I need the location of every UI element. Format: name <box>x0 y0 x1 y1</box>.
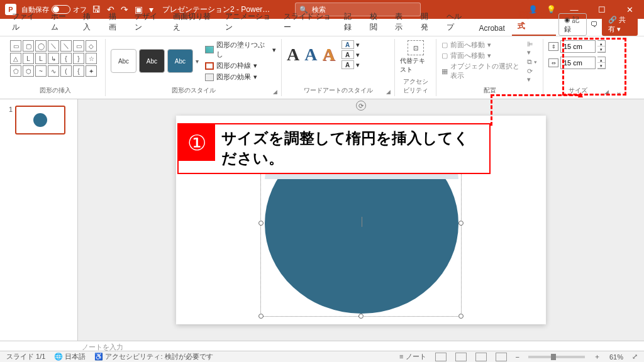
style-preset-2[interactable]: Abc <box>139 49 165 73</box>
tab-draw[interactable]: 描画 <box>103 8 128 36</box>
tab-slideshow[interactable]: スライド ショー <box>278 8 337 36</box>
status-language[interactable]: 🌐 日本語 <box>54 352 86 361</box>
shape-outline-button[interactable]: 図形の枠線 ▾ <box>205 61 276 70</box>
group-label-styles: 図形のスタイル◢ <box>111 86 276 95</box>
send-backward-button[interactable]: ▢ 背面へ移動 ▾ <box>441 51 522 60</box>
view-normal-button[interactable] <box>435 353 447 361</box>
callout-badge: ① <box>179 124 215 161</box>
fit-to-window-button[interactable]: ⤢ <box>632 353 638 361</box>
height-icon: ⇕ <box>548 42 558 51</box>
shape-fill-button[interactable]: 図形の塗りつぶし ▾ <box>205 40 276 59</box>
tab-transitions[interactable]: 画面切り替え <box>167 8 218 36</box>
group-insert-shapes: ▭▢◯＼＼▭◇ △LL↳{}☆ ⬠⬡~∿({✦ 図形の挿入 <box>5 39 106 96</box>
align-button[interactable]: ⊫ ▾ <box>527 40 538 57</box>
dialog-launcher-icon[interactable]: ◢ <box>273 89 277 95</box>
width-icon: ⇔ <box>548 58 558 67</box>
rotation-handle[interactable]: ⟳ <box>356 101 366 111</box>
spin-down-icon[interactable]: ▾ <box>597 47 605 52</box>
group-label-a11y: アクセシビリティ <box>400 77 431 95</box>
selection-pane-button[interactable]: ▦ オブジェクトの選択と表示 <box>441 62 522 80</box>
spin-up-icon[interactable]: ▴ <box>597 57 605 63</box>
slide-thumbnails-pane[interactable]: 1 <box>0 99 78 341</box>
resize-handle[interactable] <box>458 221 464 226</box>
text-cursor <box>362 217 362 227</box>
tab-design[interactable]: デザイン <box>129 8 167 36</box>
wordart-gallery[interactable]: AAA <box>287 45 335 65</box>
tab-insert[interactable]: 挿入 <box>77 8 102 36</box>
shape-width-input[interactable] <box>560 57 596 69</box>
shapes-gallery[interactable]: ▭▢◯＼＼▭◇ △LL↳{}☆ ⬠⬡~∿({✦ <box>10 40 100 77</box>
dialog-launcher-icon[interactable]: ◢ <box>604 89 609 95</box>
view-slideshow-button[interactable] <box>496 353 507 361</box>
tab-developer[interactable]: 開発 <box>415 8 440 36</box>
resize-handle[interactable] <box>258 221 264 226</box>
dialog-launcher-icon[interactable]: ◢ <box>386 89 391 95</box>
shape-effects-button[interactable]: 図形の効果 ▾ <box>205 72 276 82</box>
tab-view[interactable]: 表示 <box>389 8 414 36</box>
group-button[interactable]: ⧉ ▾ <box>527 58 538 66</box>
effects-icon <box>205 74 214 81</box>
tab-acrobat[interactable]: Acrobat <box>473 21 510 36</box>
alt-text-button[interactable]: ⊡ 代替テキスト <box>400 40 431 74</box>
style-gallery-more-icon[interactable]: ▾ <box>196 58 199 65</box>
notes-toggle[interactable]: ≡ ノート <box>399 352 426 361</box>
tab-record[interactable]: 記録 <box>338 8 363 36</box>
text-fill-button[interactable]: A▾ <box>341 40 360 49</box>
group-size: ⇕ ▴▾ ⇔ ▴▾ サイズ◢ <box>543 39 613 96</box>
fill-icon <box>205 46 214 53</box>
group-label-arrange: 配置 <box>441 86 538 95</box>
status-slide-count[interactable]: スライド 1/1 <box>6 352 45 361</box>
zoom-level[interactable]: 61% <box>609 353 623 361</box>
ribbon-collapse-icon[interactable]: ⌄ <box>616 87 622 96</box>
shape-height-control[interactable]: ⇕ ▴▾ <box>548 40 608 53</box>
tab-file[interactable]: ファイル <box>6 8 44 36</box>
instruction-callout: ① サイズを調整して楕円を挿入してください。 <box>177 123 491 174</box>
group-shape-styles: Abc Abc Abc ▾ 図形の塗りつぶし ▾ 図形の枠線 ▾ 図形の効果 ▾… <box>106 39 282 96</box>
tab-animations[interactable]: アニメーション <box>219 8 277 36</box>
record-button[interactable]: ◉ 記録 <box>558 13 587 36</box>
callout-text: サイズを調整して楕円を挿入してください。 <box>215 124 489 173</box>
comments-icon[interactable]: 🗨 <box>591 20 598 29</box>
tab-help[interactable]: ヘルプ <box>441 8 472 36</box>
style-preset-1[interactable]: Abc <box>111 49 136 73</box>
share-button[interactable]: 🔗 共有 ▾ <box>602 13 638 36</box>
status-bar: スライド 1/1 🌐 日本語 ♿ アクセシビリティ: 検討が必要です ≡ ノート… <box>0 351 644 362</box>
text-effects-button[interactable]: A▾ <box>341 60 360 69</box>
resize-handle[interactable] <box>258 314 264 319</box>
tab-review[interactable]: 校閲 <box>364 8 389 36</box>
toggle-icon[interactable] <box>52 5 70 14</box>
tab-shape-format[interactable]: 図形の書式 <box>512 7 556 36</box>
view-sorter-button[interactable] <box>455 353 467 361</box>
group-accessibility: ⊡ 代替テキスト アクセシビリティ <box>395 39 436 96</box>
resize-handle[interactable] <box>358 314 364 319</box>
outline-icon <box>205 62 214 70</box>
ribbon: ▭▢◯＼＼▭◇ △LL↳{}☆ ⬠⬡~∿({✦ 図形の挿入 Abc Abc Ab… <box>0 36 644 99</box>
style-preset-3[interactable]: Abc <box>167 49 193 73</box>
bring-forward-button[interactable]: ▢ 前面へ移動 ▾ <box>441 40 522 50</box>
group-arrange: ▢ 前面へ移動 ▾ ▢ 背面へ移動 ▾ ▦ オブジェクトの選択と表示 ⊫ ▾ ⧉… <box>436 39 543 96</box>
shape-width-control[interactable]: ⇔ ▴▾ <box>548 57 608 69</box>
zoom-in-button[interactable]: ＋ <box>594 352 601 361</box>
spin-down-icon[interactable]: ▾ <box>597 63 605 69</box>
thumb-shape-icon <box>33 113 47 127</box>
notes-pane[interactable]: ノートを入力 <box>0 341 644 351</box>
group-label-insert: 図形の挿入 <box>10 86 100 95</box>
notes-placeholder: ノートを入力 <box>82 343 123 351</box>
group-wordart: AAA A▾ A▾ A▾ ワードアートのスタイル◢ <box>282 39 395 96</box>
alt-text-icon: ⊡ <box>408 40 424 55</box>
slide-thumbnail-1[interactable] <box>15 106 65 134</box>
resize-handle[interactable] <box>458 314 464 319</box>
status-accessibility[interactable]: ♿ アクセシビリティ: 検討が必要です <box>94 352 213 361</box>
ribbon-tabs: ファイル ホーム 挿入 描画 デザイン 画面切り替え アニメーション スライド … <box>0 19 644 36</box>
zoom-out-button[interactable]: − <box>516 353 519 361</box>
shape-height-input[interactable] <box>560 40 596 53</box>
text-outline-button[interactable]: A▾ <box>341 50 360 59</box>
spin-up-icon[interactable]: ▴ <box>597 41 605 47</box>
zoom-slider[interactable] <box>528 356 585 358</box>
view-reading-button[interactable] <box>475 353 487 361</box>
annotation-arrowhead-icon: ▲ <box>576 89 585 99</box>
rotate-button[interactable]: ⟳ ▾ <box>527 67 538 84</box>
thumb-number: 1 <box>9 106 13 113</box>
group-label-wordart: ワードアートのスタイル◢ <box>287 86 389 95</box>
